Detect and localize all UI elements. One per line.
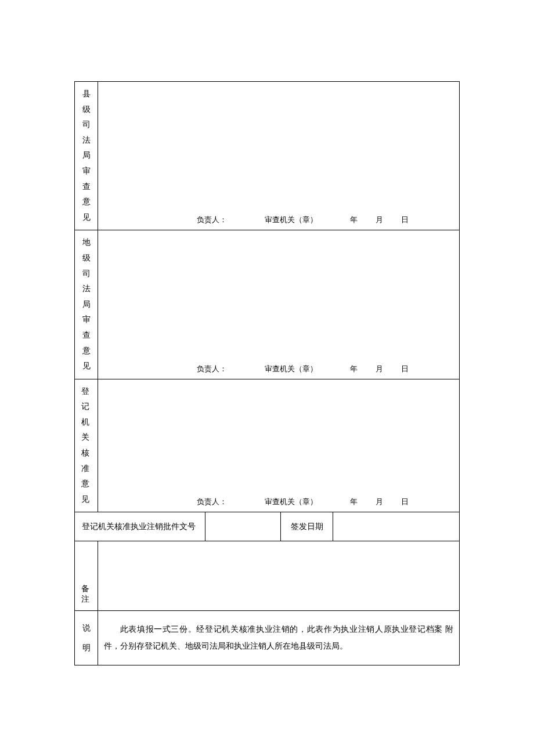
- prefecture-opinion-label: 地 级 司 法 局 审 查 意 见: [75, 230, 98, 379]
- review-org-label: 审查机关（章）: [265, 497, 317, 507]
- year-label: 年: [350, 364, 358, 374]
- prefecture-opinion-cell[interactable]: 负责人： 审查机关（章） 年 月 日: [98, 230, 460, 379]
- explain-label: 说 明: [75, 611, 98, 665]
- county-sign-line: 负责人： 审查机关（章） 年 月 日: [98, 215, 459, 225]
- review-org-label: 审查机关（章）: [265, 364, 317, 374]
- review-org-label: 审查机关（章）: [265, 215, 317, 225]
- responsible-label: 负责人：: [197, 364, 227, 374]
- day-label: 日: [401, 364, 409, 374]
- month-label: 月: [376, 497, 383, 507]
- remark-cell[interactable]: [98, 541, 460, 611]
- explain-text: 此表填报一式三份。经登记机关核准执业注销的，此表作为执业注销人原执业登记档案 附…: [98, 611, 460, 665]
- responsible-label: 负责人：: [197, 497, 227, 507]
- registration-opinion-label: 登 记 机 关 核 准 意 见: [75, 379, 98, 512]
- year-label: 年: [350, 497, 358, 507]
- responsible-label: 负责人：: [197, 215, 227, 225]
- day-label: 日: [401, 215, 409, 225]
- county-opinion-cell[interactable]: 负责人： 审查机关（章） 年 月 日: [98, 82, 460, 230]
- issue-date-label: 签发日期: [281, 512, 333, 541]
- county-opinion-label: 县 级 司 法 局 审 查 意 见: [75, 82, 98, 230]
- approval-table: 县 级 司 法 局 审 查 意 见 负责人： 审查机关（章） 年 月 日: [74, 81, 460, 665]
- day-label: 日: [401, 497, 409, 507]
- issue-date-value[interactable]: [333, 512, 460, 541]
- remark-label: 备 注: [75, 541, 98, 611]
- registration-opinion-cell[interactable]: 负责人： 审查机关（章） 年 月 日: [98, 379, 460, 512]
- month-label: 月: [376, 364, 383, 374]
- month-label: 月: [376, 215, 383, 225]
- year-label: 年: [350, 215, 358, 225]
- registration-sign-line: 负责人： 审查机关（章） 年 月 日: [98, 497, 459, 507]
- docno-value[interactable]: [205, 512, 281, 541]
- docno-label: 登记机关核准执业注销批件文号: [75, 512, 205, 541]
- prefecture-sign-line: 负责人： 审查机关（章） 年 月 日: [98, 364, 459, 374]
